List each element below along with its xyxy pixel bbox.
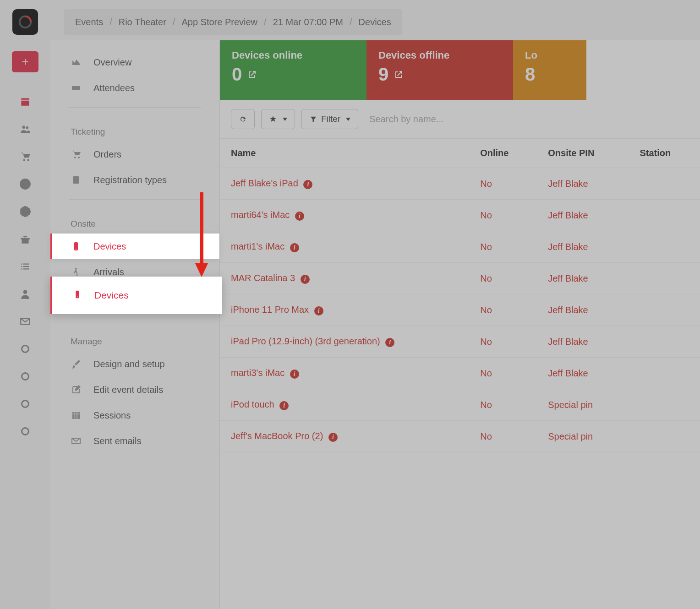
cell-online: No bbox=[469, 168, 537, 200]
filter-button[interactable]: Filter bbox=[301, 109, 358, 129]
breadcrumb-item[interactable]: App Store Preview bbox=[181, 17, 257, 27]
cell-name[interactable]: Jeff's MacBook Pro (2) i bbox=[220, 421, 469, 452]
toolbar: Filter bbox=[220, 100, 700, 139]
favorite-dropdown[interactable] bbox=[261, 109, 295, 129]
rail-people-icon[interactable] bbox=[12, 115, 38, 143]
rail-calendar-icon[interactable] bbox=[12, 88, 38, 115]
info-icon[interactable]: i bbox=[314, 306, 323, 315]
app-logo[interactable] bbox=[12, 9, 38, 35]
phone-icon bbox=[72, 289, 82, 302]
svg-point-11 bbox=[74, 157, 76, 158]
info-icon[interactable]: i bbox=[279, 401, 289, 410]
cell-pin[interactable]: Jeff Blake bbox=[537, 358, 629, 389]
cell-name[interactable]: iPhone 11 Pro Max i bbox=[220, 294, 469, 326]
sidebar-item-editdetails[interactable]: Edit event details bbox=[50, 377, 219, 402]
table-row[interactable]: MAR Catalina 3 iNoJeff Blake bbox=[220, 263, 700, 294]
table-row[interactable]: marti64's iMac iNoJeff Blake bbox=[220, 200, 700, 231]
table-row[interactable]: iPad Pro (12.9-inch) (3rd generation) iN… bbox=[220, 326, 700, 358]
svg-rect-13 bbox=[73, 176, 79, 184]
cell-name[interactable]: iPad Pro (12.9-inch) (3rd generation) i bbox=[220, 326, 469, 358]
cell-station bbox=[629, 294, 700, 326]
info-icon[interactable]: i bbox=[303, 180, 312, 189]
table-row[interactable]: iPod touch iNoSpecial pin bbox=[220, 389, 700, 421]
cell-station bbox=[629, 326, 700, 358]
sidebar-header-ticketing: Ticketing bbox=[50, 114, 219, 141]
sidebar-item-label: Devices bbox=[93, 241, 126, 252]
info-icon[interactable]: i bbox=[301, 275, 310, 284]
cell-pin[interactable]: Special pin bbox=[537, 389, 629, 421]
svg-point-21 bbox=[77, 296, 78, 297]
breadcrumb-item[interactable]: Devices bbox=[359, 17, 391, 27]
svg-point-12 bbox=[78, 157, 80, 158]
sidebar-item-orders[interactable]: Orders bbox=[50, 141, 219, 167]
cell-name[interactable]: marti3's iMac i bbox=[220, 358, 469, 389]
add-button[interactable] bbox=[12, 51, 38, 72]
cell-name[interactable]: Jeff Blake's iPad i bbox=[220, 168, 469, 200]
col-pin[interactable]: Onsite PIN bbox=[537, 139, 629, 168]
cell-station bbox=[629, 263, 700, 294]
search-input[interactable] bbox=[365, 109, 689, 129]
rail-circle-1[interactable] bbox=[12, 335, 38, 363]
info-icon[interactable]: i bbox=[385, 338, 394, 347]
svg-marker-23 bbox=[195, 263, 208, 277]
book-icon bbox=[71, 174, 82, 185]
stat-card-third[interactable]: Lo 8 bbox=[513, 40, 586, 100]
sidebar-item-sessions[interactable]: Sessions bbox=[50, 402, 219, 428]
rail-circle-2[interactable] bbox=[12, 363, 38, 390]
info-icon[interactable]: i bbox=[290, 243, 299, 252]
sidebar-item-overview[interactable]: Overview bbox=[50, 49, 219, 75]
highlight-devices[interactable]: Devices bbox=[50, 277, 222, 314]
chart-icon bbox=[71, 57, 82, 68]
rail-circle-4[interactable] bbox=[12, 418, 38, 445]
breadcrumb-item[interactable]: Rio Theater bbox=[119, 17, 166, 27]
svg-point-16 bbox=[75, 268, 77, 270]
table-row[interactable]: iPhone 11 Pro Max iNoJeff Blake bbox=[220, 294, 700, 326]
stat-devices-offline[interactable]: Devices offline 9 bbox=[366, 40, 513, 100]
cell-pin[interactable]: Jeff Blake bbox=[537, 168, 629, 200]
info-icon[interactable]: i bbox=[295, 212, 304, 221]
cell-pin[interactable]: Jeff Blake bbox=[537, 326, 629, 358]
refresh-button[interactable] bbox=[231, 109, 255, 129]
brush-icon bbox=[71, 359, 82, 370]
sidebar-item-design[interactable]: Design and setup bbox=[50, 351, 219, 377]
rail-globe-icon[interactable] bbox=[12, 198, 38, 225]
table-row[interactable]: Jeff's MacBook Pro (2) iNoSpecial pin bbox=[220, 421, 700, 452]
cell-name[interactable]: MAR Catalina 3 i bbox=[220, 263, 469, 294]
rail-gift-icon[interactable] bbox=[12, 225, 38, 253]
ticket-icon bbox=[71, 82, 82, 93]
sidebar-item-attendees[interactable]: Attendees bbox=[50, 75, 219, 101]
col-name[interactable]: Name bbox=[220, 139, 469, 168]
sidebar-item-label: Overview bbox=[93, 57, 131, 68]
funnel-icon bbox=[309, 115, 317, 123]
sidebar-item-label: Sent emails bbox=[93, 436, 142, 446]
cell-name[interactable]: marti64's iMac i bbox=[220, 200, 469, 231]
rail-help-icon[interactable] bbox=[12, 170, 38, 198]
sidebar-item-sentemails[interactable]: Sent emails bbox=[50, 428, 219, 454]
info-icon[interactable]: i bbox=[328, 433, 338, 442]
rail-user-icon[interactable] bbox=[12, 280, 38, 308]
table-row[interactable]: marti3's iMac iNoJeff Blake bbox=[220, 358, 700, 389]
breadcrumb-item[interactable]: 21 Mar 07:00 PM bbox=[273, 17, 343, 27]
info-icon[interactable]: i bbox=[290, 370, 299, 379]
breadcrumb-item[interactable]: Events bbox=[75, 17, 103, 27]
cell-name[interactable]: marti1's iMac i bbox=[220, 231, 469, 263]
rail-cart-icon[interactable] bbox=[12, 143, 38, 170]
refresh-icon bbox=[239, 115, 247, 123]
cell-pin[interactable]: Jeff Blake bbox=[537, 231, 629, 263]
cell-pin[interactable]: Jeff Blake bbox=[537, 294, 629, 326]
rail-circle-3[interactable] bbox=[12, 390, 38, 418]
table-row[interactable]: marti1's iMac iNoJeff Blake bbox=[220, 231, 700, 263]
cell-pin[interactable]: Jeff Blake bbox=[537, 200, 629, 231]
rail-list-icon[interactable] bbox=[12, 253, 38, 280]
rail-mail-icon[interactable] bbox=[12, 308, 38, 335]
sidebar-item-label: Registration types bbox=[93, 175, 167, 185]
svg-point-6 bbox=[25, 186, 26, 187]
stat-devices-online[interactable]: Devices online 0 bbox=[220, 40, 366, 100]
cell-pin[interactable]: Jeff Blake bbox=[537, 263, 629, 294]
cell-name[interactable]: iPod touch i bbox=[220, 389, 469, 421]
col-online[interactable]: Online bbox=[469, 139, 537, 168]
table-row[interactable]: Jeff Blake's iPad iNoJeff Blake bbox=[220, 168, 700, 200]
sidebar-item-label: Design and setup bbox=[93, 359, 165, 370]
col-station[interactable]: Station bbox=[629, 139, 700, 168]
cell-pin[interactable]: Special pin bbox=[537, 421, 629, 452]
